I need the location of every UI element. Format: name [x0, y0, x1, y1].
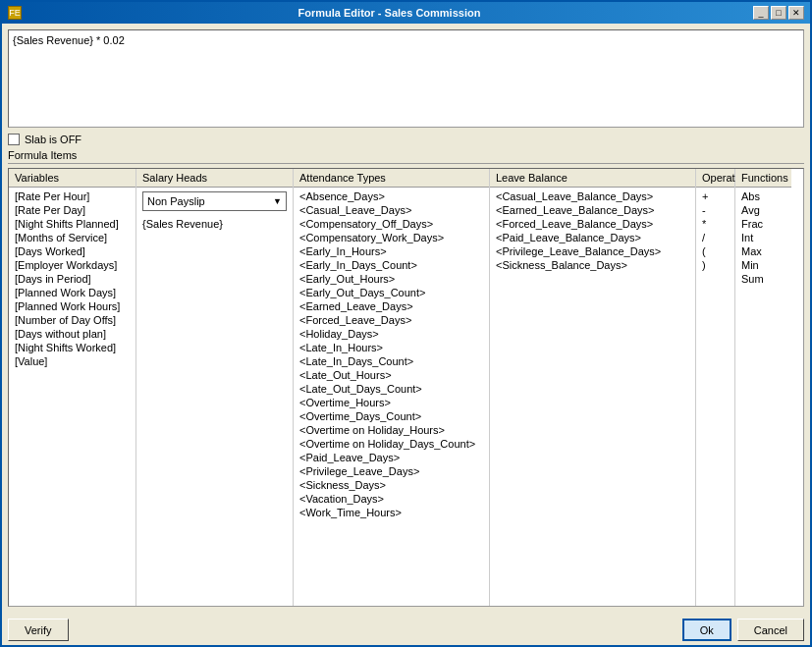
list-item[interactable]: Avg — [735, 203, 791, 217]
title-controls: _ □ ✕ — [753, 6, 804, 20]
minimize-button[interactable]: _ — [753, 6, 769, 20]
list-item[interactable]: [Rate Per Hour] — [9, 189, 135, 203]
list-item[interactable]: ( — [696, 244, 734, 258]
salary-items-list[interactable]: {Sales Revenue} — [136, 215, 293, 606]
attendance-items-list[interactable]: <Absence_Days><Casual_Leave_Days><Compen… — [294, 188, 489, 606]
list-item[interactable]: - — [696, 203, 734, 217]
variables-header: Variables — [9, 169, 135, 188]
list-item[interactable]: [Number of Day Offs] — [9, 313, 135, 327]
list-item[interactable]: Int — [735, 231, 791, 244]
list-item[interactable]: / — [696, 231, 734, 244]
list-item[interactable]: <Privilege_Leave_Days> — [294, 464, 489, 478]
list-item[interactable]: [Months of Service] — [9, 231, 135, 244]
list-item[interactable]: <Early_Out_Days_Count> — [294, 286, 489, 299]
list-item[interactable]: + — [696, 189, 734, 203]
list-item[interactable]: <Work_Time_Hours> — [294, 506, 489, 519]
cancel-button[interactable]: Cancel — [737, 619, 804, 641]
list-item[interactable]: ) — [696, 258, 734, 272]
list-item[interactable]: Sum — [735, 272, 791, 286]
list-item[interactable]: Min — [735, 258, 791, 272]
title-bar: FE Formula Editor - Sales Commission _ □… — [2, 2, 810, 24]
salary-dropdown[interactable]: Non Payslip ▼ — [142, 191, 287, 211]
list-item[interactable]: <Earned_Leave_Balance_Days> — [490, 203, 695, 217]
formula-editor-window: FE Formula Editor - Sales Commission _ □… — [0, 0, 812, 647]
list-item[interactable]: <Casual_Leave_Balance_Days> — [490, 189, 695, 203]
list-item[interactable]: <Sickness_Balance_Days> — [490, 258, 695, 272]
list-item[interactable]: <Absence_Days> — [294, 189, 489, 203]
list-item[interactable]: <Late_Out_Days_Count> — [294, 382, 489, 396]
list-item[interactable]: [Value] — [9, 354, 135, 368]
list-item[interactable]: [Days without plan] — [9, 327, 135, 341]
leave-balance-header: Leave Balance — [490, 169, 695, 188]
leave-balance-column: Leave Balance <Casual_Leave_Balance_Days… — [490, 169, 696, 606]
list-item[interactable]: Max — [735, 244, 791, 258]
operators-column: Operators +-*/() — [696, 169, 735, 606]
salary-heads-column: Salary Heads Non Payslip ▼ {Sales Revenu… — [136, 169, 294, 606]
list-item[interactable]: <Compensatory_Work_Days> — [294, 231, 489, 244]
list-item[interactable]: * — [696, 217, 734, 231]
close-button[interactable]: ✕ — [788, 6, 804, 20]
list-item[interactable]: <Forced_Leave_Balance_Days> — [490, 217, 695, 231]
maximize-button[interactable]: □ — [771, 6, 786, 20]
salary-dropdown-value: Non Payslip — [147, 195, 205, 207]
list-item[interactable]: <Overtime on Holiday_Days_Count> — [294, 437, 489, 451]
formula-items-label: Formula Items — [8, 149, 804, 164]
list-item[interactable]: <Forced_Leave_Days> — [294, 313, 489, 327]
list-item[interactable]: <Early_In_Hours> — [294, 244, 489, 258]
attendance-types-header: Attendance Types — [294, 169, 489, 188]
list-item[interactable]: [Night Shifts Planned] — [9, 217, 135, 231]
functions-header: Functions — [735, 169, 791, 188]
list-item[interactable]: Frac — [735, 217, 791, 231]
slab-checkbox[interactable] — [8, 134, 20, 145]
slab-label: Slab is OFF — [25, 134, 81, 145]
window-title: Formula Editor - Sales Commission — [26, 7, 753, 19]
leave-items-list[interactable]: <Casual_Leave_Balance_Days><Earned_Leave… — [490, 188, 695, 606]
list-item[interactable]: <Overtime_Hours> — [294, 396, 489, 409]
verify-button[interactable]: Verify — [8, 619, 69, 641]
list-item[interactable]: [Days in Period] — [9, 272, 135, 286]
list-item[interactable]: [Night Shifts Worked] — [9, 341, 135, 354]
functions-column: Functions AbsAvgFracIntMaxMinSum — [735, 169, 791, 606]
list-item[interactable]: [Planned Work Days] — [9, 286, 135, 299]
slab-row: Slab is OFF — [8, 134, 804, 145]
formula-input[interactable]: {Sales Revenue} * 0.02 — [8, 29, 804, 128]
list-item[interactable]: <Earned_Leave_Days> — [294, 299, 489, 313]
list-item[interactable]: <Vacation_Days> — [294, 492, 489, 506]
list-item[interactable]: <Overtime on Holiday_Hours> — [294, 423, 489, 437]
salary-heads-header: Salary Heads — [136, 169, 293, 188]
operators-list[interactable]: +-*/() — [696, 188, 734, 606]
footer-bar: Verify Ok Cancel — [2, 613, 810, 645]
formula-items-panel: Variables [Rate Per Hour][Rate Per Day][… — [8, 168, 804, 607]
list-item[interactable]: <Overtime_Days_Count> — [294, 409, 489, 423]
variables-column: Variables [Rate Per Hour][Rate Per Day][… — [9, 169, 136, 606]
list-item[interactable]: <Late_In_Days_Count> — [294, 354, 489, 368]
list-item[interactable]: <Privilege_Leave_Balance_Days> — [490, 244, 695, 258]
list-item[interactable]: <Early_Out_Hours> — [294, 272, 489, 286]
list-item[interactable]: <Early_In_Days_Count> — [294, 258, 489, 272]
chevron-down-icon: ▼ — [273, 196, 282, 206]
functions-list[interactable]: AbsAvgFracIntMaxMinSum — [735, 188, 791, 606]
list-item[interactable]: <Paid_Leave_Days> — [294, 451, 489, 464]
list-item[interactable]: <Paid_Leave_Balance_Days> — [490, 231, 695, 244]
list-item[interactable]: [Planned Work Hours] — [9, 299, 135, 313]
variables-list[interactable]: [Rate Per Hour][Rate Per Day][Night Shif… — [9, 188, 135, 606]
list-item[interactable]: <Late_Out_Hours> — [294, 368, 489, 382]
attendance-types-column: Attendance Types <Absence_Days><Casual_L… — [294, 169, 490, 606]
list-item[interactable]: [Employer Workdays] — [9, 258, 135, 272]
list-item[interactable]: <Compensatory_Off_Days> — [294, 217, 489, 231]
list-item[interactable]: [Rate Per Day] — [9, 203, 135, 217]
list-item[interactable]: <Casual_Leave_Days> — [294, 203, 489, 217]
window-content: {Sales Revenue} * 0.02 Slab is OFF Formu… — [2, 24, 810, 613]
list-item[interactable]: <Holiday_Days> — [294, 327, 489, 341]
list-item[interactable]: Abs — [735, 189, 791, 203]
list-item[interactable]: [Days Worked] — [9, 244, 135, 258]
operators-header: Operators — [696, 169, 734, 188]
formula-expression: {Sales Revenue} * 0.02 — [13, 34, 125, 46]
list-item[interactable]: {Sales Revenue} — [136, 217, 293, 231]
app-icon: FE — [8, 6, 22, 20]
list-item[interactable]: <Sickness_Days> — [294, 478, 489, 492]
ok-button[interactable]: Ok — [682, 619, 731, 641]
list-item[interactable]: <Late_In_Hours> — [294, 341, 489, 354]
